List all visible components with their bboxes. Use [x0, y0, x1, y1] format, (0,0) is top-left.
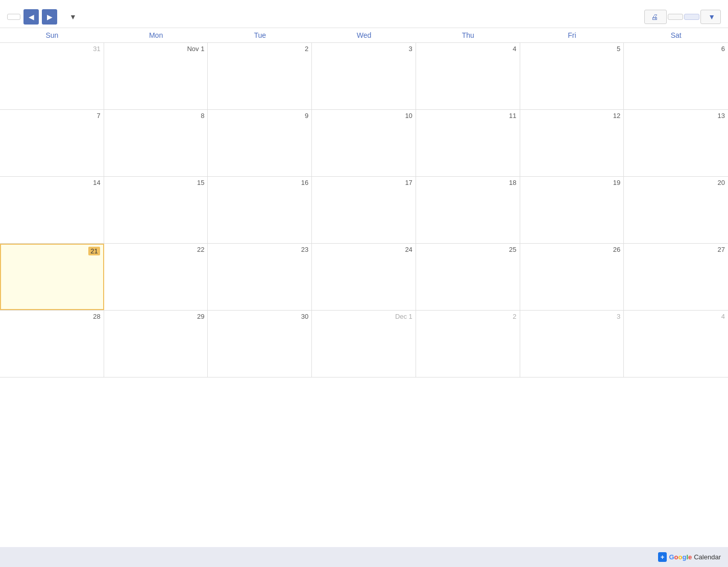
day-number: 31: [3, 45, 101, 54]
day-cell-4-0[interactable]: 28: [0, 311, 104, 377]
day-cell-1-3[interactable]: 10: [312, 110, 416, 176]
day-number: 19: [523, 179, 621, 187]
day-header-fri: Fri: [520, 28, 624, 42]
gcal-calendar-text: Calendar: [694, 553, 721, 561]
day-number: 13: [627, 112, 725, 121]
day-cell-1-5[interactable]: 12: [520, 110, 624, 176]
day-cell-3-3[interactable]: 24: [312, 244, 416, 310]
day-cell-0-4[interactable]: 4: [416, 43, 520, 109]
day-cell-3-5[interactable]: 26: [520, 244, 624, 310]
day-header-tue: Tue: [208, 28, 312, 42]
day-cell-1-6[interactable]: 13: [624, 110, 728, 176]
day-headers: Sun Mon Tue Wed Thu Fri Sat: [0, 28, 728, 43]
week-row-4: 282930Dec 1234: [0, 311, 728, 377]
day-number: 6: [627, 45, 725, 54]
day-number: 16: [211, 179, 308, 187]
day-cell-0-5[interactable]: 5: [520, 43, 624, 109]
day-number: 28: [3, 313, 101, 321]
header-left: ◀ ▶ ▼: [7, 9, 77, 25]
day-cell-2-5[interactable]: 19: [520, 177, 624, 243]
day-number: Nov 1: [107, 45, 205, 54]
day-header-thu: Thu: [416, 28, 520, 42]
day-cell-0-6[interactable]: 6: [624, 43, 728, 109]
day-cell-4-1[interactable]: 29: [104, 311, 208, 377]
day-cell-3-6[interactable]: 27: [624, 244, 728, 310]
day-number: 23: [211, 246, 308, 254]
day-cell-4-6[interactable]: 4: [624, 311, 728, 377]
day-cell-3-2[interactable]: 23: [208, 244, 312, 310]
week-row-1: 78910111213: [0, 110, 728, 177]
day-cell-1-1[interactable]: 8: [104, 110, 208, 176]
agenda-dropdown-icon: ▼: [708, 13, 715, 21]
day-cell-1-4[interactable]: 11: [416, 110, 520, 176]
day-number: 14: [3, 179, 101, 187]
agenda-view-button[interactable]: ▼: [700, 10, 721, 24]
day-cell-1-2[interactable]: 9: [208, 110, 312, 176]
footer: + Google Calendar: [0, 547, 728, 567]
header-right: 🖨 ▼: [644, 10, 721, 24]
day-number: 24: [315, 246, 412, 254]
day-cell-0-2[interactable]: 2: [208, 43, 312, 109]
day-cell-4-5[interactable]: 3: [520, 311, 624, 377]
day-number: 22: [107, 246, 205, 254]
week-row-0: 31Nov 123456: [0, 43, 728, 110]
calendar-grid: 31Nov 1234567891011121314151617181920212…: [0, 43, 728, 444]
day-cell-3-1[interactable]: 22: [104, 244, 208, 310]
day-number: 18: [419, 179, 517, 187]
day-number: 7: [3, 112, 101, 121]
print-button[interactable]: 🖨: [644, 10, 667, 24]
app-title: [0, 0, 728, 6]
gcal-google-text: Google: [669, 553, 692, 561]
day-cell-0-0[interactable]: 31: [0, 43, 104, 109]
day-cell-0-1[interactable]: Nov 1: [104, 43, 208, 109]
day-cell-4-4[interactable]: 2: [416, 311, 520, 377]
day-cell-2-0[interactable]: 14: [0, 177, 104, 243]
day-header-sat: Sat: [624, 28, 728, 42]
day-number: 20: [627, 179, 725, 187]
day-cell-3-4[interactable]: 25: [416, 244, 520, 310]
day-number: 25: [419, 246, 517, 254]
gcal-plus-icon: +: [658, 552, 667, 562]
day-number: 2: [419, 313, 517, 321]
day-cell-4-2[interactable]: 30: [208, 311, 312, 377]
day-cell-2-3[interactable]: 17: [312, 177, 416, 243]
day-number: 21: [88, 247, 100, 255]
day-cell-2-1[interactable]: 15: [104, 177, 208, 243]
calendar-header: ◀ ▶ ▼ 🖨 ▼: [0, 6, 728, 28]
month-dropdown-arrow[interactable]: ▼: [69, 13, 77, 21]
next-button[interactable]: ▶: [42, 9, 57, 25]
today-button[interactable]: [7, 14, 20, 20]
day-number: 15: [107, 179, 205, 187]
google-calendar-badge: + Google Calendar: [658, 552, 721, 562]
calendar: Sun Mon Tue Wed Thu Fri Sat 31Nov 123456…: [0, 28, 728, 444]
month-view-button[interactable]: [684, 14, 699, 20]
day-cell-3-0[interactable]: 21: [0, 244, 104, 310]
day-cell-1-0[interactable]: 7: [0, 110, 104, 176]
day-number: 3: [315, 45, 412, 54]
day-header-sun: Sun: [0, 28, 104, 42]
day-header-wed: Wed: [312, 28, 416, 42]
week-view-button[interactable]: [668, 14, 683, 20]
day-cell-4-3[interactable]: Dec 1: [312, 311, 416, 377]
day-number: 4: [419, 45, 517, 54]
day-number: 5: [523, 45, 621, 54]
day-number: 17: [315, 179, 412, 187]
day-number: 9: [211, 112, 308, 121]
week-row-3: 21222324252627: [0, 244, 728, 311]
day-number: 30: [211, 313, 308, 321]
printer-icon: 🖨: [651, 13, 658, 21]
day-cell-2-6[interactable]: 20: [624, 177, 728, 243]
day-cell-2-4[interactable]: 18: [416, 177, 520, 243]
day-number: 3: [523, 313, 621, 321]
day-number: 10: [315, 112, 412, 121]
day-number: 4: [627, 313, 725, 321]
day-number: 26: [523, 246, 621, 254]
day-number: 11: [419, 112, 517, 121]
day-number: 27: [627, 246, 725, 254]
day-number: 12: [523, 112, 621, 121]
day-cell-0-3[interactable]: 3: [312, 43, 416, 109]
day-header-mon: Mon: [104, 28, 208, 42]
day-number: 8: [107, 112, 205, 121]
day-cell-2-2[interactable]: 16: [208, 177, 312, 243]
prev-button[interactable]: ◀: [23, 9, 39, 25]
